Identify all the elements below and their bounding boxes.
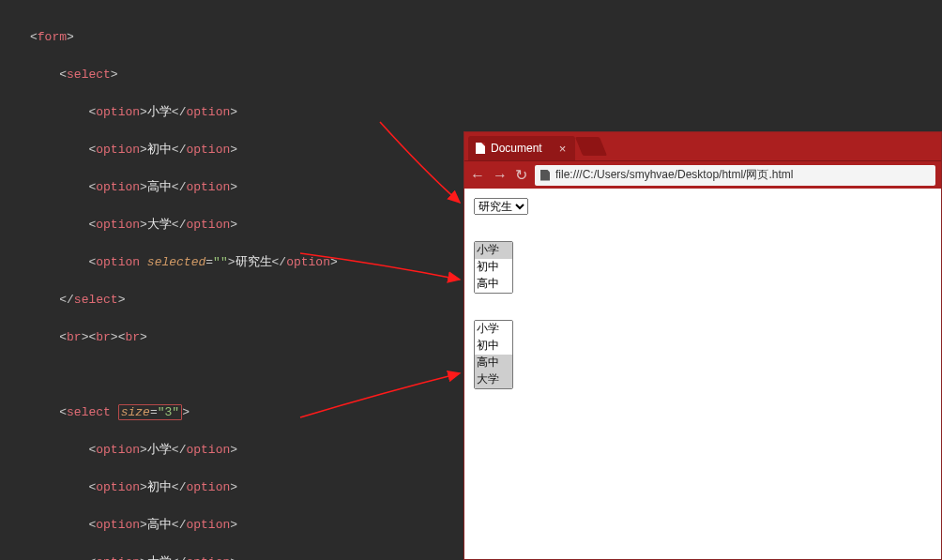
file-icon: [540, 170, 550, 181]
page-icon: [476, 143, 485, 154]
browser-tab-strip: Document ×: [464, 132, 941, 160]
browser-window: Document × ← → ↻ file:///C:/Users/smyhva…: [463, 131, 942, 560]
select-multiple[interactable]: 小学 初中 高中 大学 研究生: [474, 320, 513, 389]
highlight-size-attr: size="3": [118, 404, 182, 420]
back-button[interactable]: ←: [470, 167, 485, 184]
rendered-page: 小学 初中 高中 大学 研究生 小学 初中 高中 大学 研究生 小学 初中 高中…: [464, 189, 941, 399]
browser-tab[interactable]: Document ×: [468, 136, 575, 160]
tab-title: Document: [491, 142, 542, 155]
browser-nav-bar: ← → ↻ file:///C:/Users/smyhvae/Desktop/h…: [464, 160, 941, 189]
select-dropdown[interactable]: 小学 初中 高中 大学 研究生: [474, 198, 528, 215]
new-tab-button[interactable]: [575, 137, 607, 156]
demo-form: 小学 初中 高中 大学 研究生 小学 初中 高中 大学 研究生 小学 初中 高中…: [474, 198, 932, 389]
tag-select: select: [67, 68, 111, 82]
reload-button[interactable]: ↻: [515, 166, 527, 184]
code-editor: <form> <select> <option>小学</option> <opt…: [0, 0, 463, 560]
tag-form: form: [38, 30, 67, 44]
address-bar[interactable]: file:///C:/Users/smyhvae/Desktop/html/网页…: [535, 165, 935, 186]
forward-button[interactable]: →: [493, 167, 508, 184]
url-text: file:///C:/Users/smyhvae/Desktop/html/网页…: [555, 167, 793, 183]
select-size-3[interactable]: 小学 初中 高中 大学 研究生: [474, 241, 513, 294]
close-icon[interactable]: ×: [559, 142, 567, 156]
